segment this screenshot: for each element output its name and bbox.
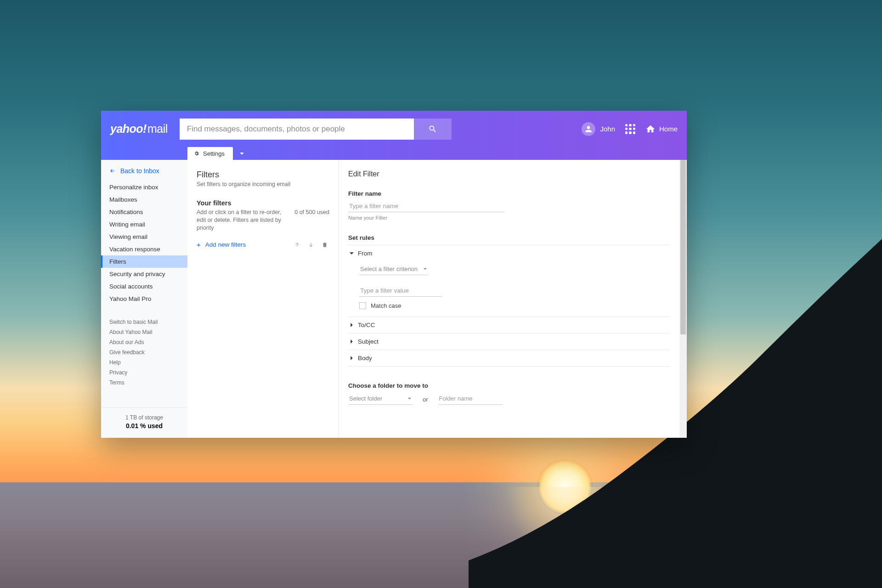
link-about-yahoo-mail[interactable]: About Yahoo Mail [101, 327, 187, 337]
or-separator: or [423, 396, 428, 405]
filter-name-hint: Name your Filter [348, 215, 670, 220]
arrow-up-icon [294, 242, 300, 248]
search-icon [428, 124, 437, 134]
chevron-down-icon [407, 395, 412, 402]
nav-security-privacy[interactable]: Security and privacy [101, 268, 187, 280]
match-case-checkbox[interactable] [359, 302, 366, 309]
back-label: Back to Inbox [120, 167, 159, 175]
tab-settings[interactable]: Settings [187, 147, 233, 160]
settings-footer-links: Switch to basic Mail About Yahoo Mail Ab… [101, 315, 187, 390]
rule-tocc: To/CC [348, 317, 670, 334]
tab-label: Settings [203, 150, 225, 157]
settings-sidebar: Back to Inbox Personalize inbox Mailboxe… [101, 160, 187, 438]
nav-notifications[interactable]: Notifications [101, 206, 187, 218]
folder-name-input[interactable] [438, 394, 503, 405]
rule-subject-header[interactable]: Subject [349, 338, 670, 345]
user-menu[interactable]: John [582, 122, 615, 136]
nav-vacation-response[interactable]: Vacation response [101, 243, 187, 255]
move-to-label: Choose a folder to move to [348, 382, 670, 389]
chevron-down-icon [423, 266, 427, 272]
search-button[interactable] [414, 119, 452, 140]
rule-subject: Subject [348, 334, 670, 350]
select-folder-dropdown[interactable]: Select folder [348, 394, 413, 405]
desktop-wallpaper: yahoo!mail John [0, 0, 882, 588]
filter-value-input[interactable] [359, 285, 442, 297]
link-privacy[interactable]: Privacy [101, 368, 187, 378]
add-filters-label: Add new filters [205, 241, 246, 248]
link-help[interactable]: Help [101, 357, 187, 368]
rule-from-body: Select a filter criterion Match case [349, 257, 670, 312]
storage-indicator: 1 TB of storage 0.01 % used [101, 407, 187, 438]
match-case-label: Match case [371, 302, 401, 309]
criterion-placeholder: Select a filter criterion [360, 266, 418, 272]
header-right: John Home [582, 122, 678, 136]
search-box[interactable] [180, 119, 414, 140]
settings-nav: Personalize inbox Mailboxes Notification… [101, 181, 187, 305]
move-down-button[interactable] [306, 240, 316, 249]
home-icon [645, 124, 656, 134]
rule-body-label: Body [358, 355, 372, 362]
home-link[interactable]: Home [645, 124, 678, 134]
select-folder-placeholder: Select folder [349, 395, 382, 402]
rule-from-label: From [358, 250, 373, 257]
plus-icon: + [197, 241, 201, 249]
yahoo-mail-window: yahoo!mail John [101, 111, 687, 438]
apps-grid-icon[interactable] [625, 124, 635, 134]
edit-filter-title: Edit Filter [348, 170, 670, 178]
arrow-left-icon [109, 168, 116, 174]
chevron-down-icon [349, 251, 354, 256]
nav-yahoo-mail-pro[interactable]: Yahoo Mail Pro [101, 293, 187, 305]
move-up-button[interactable] [293, 240, 302, 249]
link-give-feedback[interactable]: Give feedback [101, 347, 187, 357]
user-name: John [600, 125, 615, 133]
search-dropdown-icon[interactable] [401, 126, 407, 132]
tab-dropdown[interactable] [236, 147, 249, 160]
match-case-row: Match case [359, 302, 670, 309]
storage-total: 1 TB of storage [109, 414, 179, 421]
set-rules-label: Set rules [348, 234, 670, 241]
rule-from: From Select a filter criterion [348, 245, 670, 317]
avatar-icon [582, 122, 595, 136]
your-filters-heading: Your filters [197, 199, 329, 207]
scrollbar-thumb[interactable] [680, 160, 686, 334]
storage-used: 0.01 % used [109, 422, 179, 430]
rule-tocc-header[interactable]: To/CC [349, 322, 670, 328]
back-to-inbox[interactable]: Back to Inbox [101, 160, 187, 181]
nav-social-accounts[interactable]: Social accounts [101, 280, 187, 293]
chevron-right-icon [349, 322, 354, 328]
filter-name-input[interactable] [348, 201, 504, 212]
yahoo-mail-logo[interactable]: yahoo!mail [110, 122, 168, 136]
filters-list-pane: Filters Set filters to organize incoming… [187, 160, 339, 438]
rule-body-header[interactable]: Body [349, 355, 670, 362]
nav-personalize-inbox[interactable]: Personalize inbox [101, 181, 187, 193]
arrow-down-icon [308, 242, 314, 248]
delete-filter-button[interactable] [320, 240, 329, 249]
filters-title: Filters [197, 170, 329, 180]
nav-writing-email[interactable]: Writing email [101, 218, 187, 231]
link-terms[interactable]: Terms [101, 378, 187, 388]
filter-name-label: Filter name [348, 190, 670, 197]
your-filters-desc: Add or click on a filter to re-order, ed… [197, 209, 289, 232]
search-input[interactable] [187, 124, 401, 134]
criterion-select[interactable]: Select a filter criterion [359, 264, 428, 275]
rule-tocc-label: To/CC [358, 322, 375, 328]
rule-from-header[interactable]: From [349, 250, 670, 257]
rule-body: Body [348, 350, 670, 367]
chevron-right-icon [349, 339, 354, 344]
tab-bar: Settings [101, 147, 687, 160]
link-about-ads[interactable]: About our Ads [101, 337, 187, 347]
search-group [180, 119, 452, 140]
logo-yahoo: yahoo! [110, 122, 147, 135]
link-switch-basic[interactable]: Switch to basic Mail [101, 317, 187, 327]
nav-viewing-email[interactable]: Viewing email [101, 231, 187, 243]
chevron-right-icon [349, 356, 354, 361]
gear-icon [194, 151, 199, 156]
add-new-filters-button[interactable]: + Add new filters [197, 241, 246, 249]
home-label: Home [659, 125, 678, 133]
nav-filters[interactable]: Filters [101, 255, 187, 268]
scrollbar[interactable] [679, 160, 687, 438]
app-header: yahoo!mail John [101, 111, 687, 147]
filters-count: 0 of 500 used [294, 209, 329, 215]
nav-mailboxes[interactable]: Mailboxes [101, 193, 187, 206]
rule-subject-label: Subject [358, 338, 379, 345]
